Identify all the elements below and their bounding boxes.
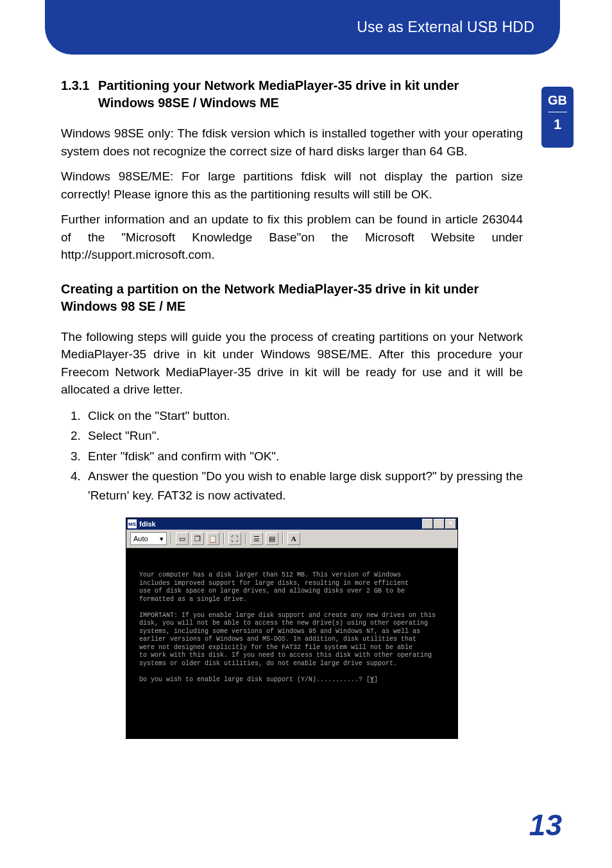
page-header-title: Use as External USB HDD — [357, 19, 534, 36]
intro-paragraph: The following steps will guide you the p… — [61, 328, 523, 399]
section-heading: 1.3.1Partitioning your Network MediaPlay… — [61, 77, 523, 112]
window-buttons: _ □ × — [422, 519, 456, 529]
font-size-select-value: Auto — [133, 535, 148, 542]
msdos-icon: MS — [128, 519, 137, 528]
toolbar-separator — [282, 533, 284, 544]
side-tab-lang: GB — [541, 93, 574, 108]
minimize-button[interactable]: _ — [422, 519, 433, 529]
toolbar-separator — [171, 533, 172, 544]
fdisk-terminal: Your computer has a disk larger than 512… — [126, 548, 457, 738]
content-area: 1.3.1Partitioning your Network MediaPlay… — [61, 77, 523, 739]
page-number: 13 — [529, 808, 562, 842]
fdisk-toolbar: Auto ▭ ❐ 📋 ⛶ ☰ ▤ A — [126, 530, 457, 548]
sub-heading: Creating a partition on the Network Medi… — [61, 281, 523, 315]
fdisk-window: MS fdisk _ □ × Auto ▭ ❐ 📋 ⛶ ☰ ▤ — [126, 517, 458, 739]
maximize-button[interactable]: □ — [434, 519, 445, 529]
terminal-text: IMPORTANT: If you enable large disk supp… — [139, 612, 436, 667]
steps-list: Click on the "Start" button. Select "Run… — [61, 406, 523, 505]
font-size-select[interactable]: Auto — [130, 532, 167, 545]
list-item: Click on the "Start" button. — [84, 406, 523, 425]
close-button[interactable]: × — [445, 519, 456, 529]
document-page: Use as External USB HDD GB 1 1.3.1Partit… — [0, 0, 612, 868]
list-item: Enter "fdisk" and confirm with "OK". — [84, 447, 523, 465]
list-item: Answer the question "Do you wish to enab… — [84, 467, 523, 505]
section-number: 1.3.1 — [61, 77, 98, 94]
page-header: Use as External USB HDD — [45, 0, 560, 55]
background-button[interactable]: ▤ — [266, 532, 278, 545]
toolbar-button[interactable]: ▭ — [176, 532, 189, 545]
properties-button[interactable]: ☰ — [250, 532, 263, 545]
fdisk-title: fdisk — [139, 520, 422, 528]
terminal-text: Your computer has a disk larger than 512… — [139, 571, 409, 603]
terminal-prompt-post: ] — [374, 676, 378, 683]
list-item: Select "Run". — [84, 426, 523, 445]
fullscreen-button[interactable]: ⛶ — [228, 532, 241, 545]
paragraph: Windows 98SE only: The fdisk version whi… — [61, 125, 523, 160]
paragraph: Further information and an update to fix… — [61, 211, 523, 264]
copy-button[interactable]: ❐ — [191, 532, 204, 545]
font-button[interactable]: A — [287, 532, 300, 545]
side-tab-chapter: 1 — [541, 116, 574, 133]
paste-button[interactable]: 📋 — [207, 532, 219, 545]
side-tab: GB 1 — [541, 87, 574, 148]
toolbar-separator — [245, 533, 246, 544]
section-title: Partitioning your Network MediaPlayer-35… — [98, 77, 515, 112]
fdisk-titlebar: MS fdisk _ □ × — [126, 518, 457, 530]
side-tab-divider — [548, 112, 567, 112]
paragraph: Windows 98SE/ME: For large partitions fd… — [61, 168, 523, 203]
toolbar-separator — [223, 533, 225, 544]
terminal-prompt-pre: Do you wish to enable large disk support… — [139, 676, 370, 683]
